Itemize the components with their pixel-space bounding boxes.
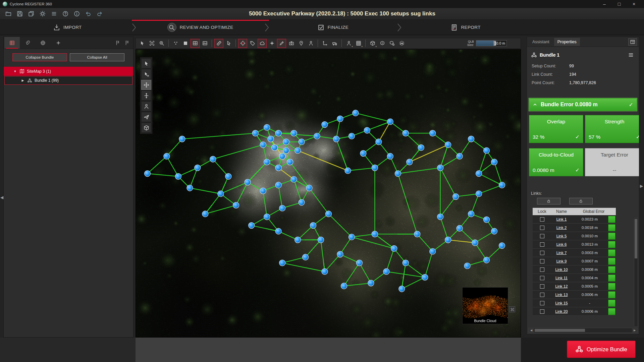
setup-node[interactable] (202, 211, 208, 217)
setup-node[interactable] (164, 153, 170, 159)
visual-alignment-button[interactable]: ▾ (344, 39, 353, 48)
cloud-display-button[interactable]: ▾ (354, 39, 363, 48)
add-geotag-button[interactable] (297, 39, 306, 48)
duplicate-project-button[interactable] (26, 9, 36, 18)
lock-checkbox[interactable] (540, 234, 544, 238)
unlock-selected-button[interactable] (569, 198, 593, 204)
registration-link[interactable] (148, 174, 178, 177)
add-target-button[interactable] (238, 39, 247, 48)
collapse-bundle-button[interactable]: Collapse Bundle (12, 53, 67, 61)
setup-node[interactable] (337, 251, 343, 257)
setup-node[interactable] (402, 260, 409, 266)
setup-node[interactable] (491, 228, 497, 234)
setup-node[interactable] (395, 171, 401, 177)
pick-button[interactable] (138, 39, 147, 48)
registration-link[interactable] (290, 162, 309, 188)
redo-button[interactable] (95, 9, 105, 18)
setup-node[interactable] (418, 144, 424, 150)
registration-link[interactable] (309, 188, 329, 214)
registration-link[interactable] (205, 205, 236, 214)
setup-node[interactable] (391, 245, 397, 251)
zoom-window-button[interactable] (147, 39, 156, 48)
minimize-button[interactable]: – (597, 0, 612, 8)
registration-link[interactable] (456, 194, 479, 197)
filter-flag-1-button[interactable] (114, 39, 122, 47)
registration-link[interactable] (167, 139, 182, 157)
setup-node[interactable] (437, 165, 443, 171)
setup-node[interactable] (457, 153, 463, 159)
geotags-tab[interactable] (35, 37, 51, 49)
lock-selected-button[interactable] (537, 198, 560, 204)
setup-node[interactable] (341, 283, 347, 289)
setup-node[interactable] (291, 130, 297, 136)
registration-link[interactable] (402, 263, 406, 289)
registration-link[interactable] (352, 234, 375, 237)
registration-link[interactable] (417, 234, 433, 251)
setup-node[interactable] (225, 173, 231, 179)
setup-node[interactable] (187, 185, 193, 191)
draw-link-button[interactable] (277, 39, 286, 48)
registration-link[interactable] (402, 277, 425, 289)
link-name-cell[interactable]: Link 11 (551, 276, 572, 280)
link-row-link-15[interactable]: Link 15- (533, 299, 616, 307)
lock-checkbox[interactable] (540, 293, 544, 297)
tile-target-error[interactable]: Target Error-- (585, 148, 639, 176)
setup-node[interactable] (414, 231, 420, 237)
tree-toggle-icon[interactable]: ▼ (13, 70, 17, 73)
registration-link[interactable] (440, 168, 456, 197)
setup-node[interactable] (364, 127, 370, 133)
setup-node[interactable] (279, 153, 285, 159)
registration-link[interactable] (148, 156, 167, 174)
bundle-menu-button[interactable] (627, 52, 635, 58)
help-button[interactable] (60, 9, 70, 18)
setup-node[interactable] (306, 185, 312, 191)
registration-link[interactable] (448, 240, 475, 243)
setup-node[interactable] (445, 142, 451, 148)
link-row-link-10[interactable]: Link 100.0008 m (533, 265, 616, 274)
setup-node[interactable] (299, 199, 305, 205)
registration-link[interactable] (329, 214, 352, 237)
setup-node[interactable] (299, 139, 305, 145)
tab-properties[interactable]: Properties (554, 38, 580, 46)
registration-link[interactable] (336, 139, 348, 171)
setup-node[interactable] (275, 228, 281, 234)
event-log-button[interactable] (49, 9, 59, 18)
tile-cloud-to-cloud[interactable]: Cloud-to-Cloud0.0080 m✓ (529, 148, 583, 176)
registration-link[interactable] (356, 113, 390, 122)
fit-view-tool-button[interactable] (141, 90, 151, 101)
close-button[interactable]: × (627, 0, 641, 8)
bundle-cloud-thumbnail[interactable]: Bundle Cloud (462, 287, 508, 324)
setup-node[interactable] (233, 202, 239, 208)
tree-toggle-icon[interactable]: ▶ (21, 79, 25, 82)
link-name-cell[interactable]: Link 7 (551, 251, 572, 255)
auto-cloud-button[interactable] (267, 39, 276, 48)
setup-node[interactable] (252, 130, 258, 136)
link-row-link-20[interactable]: Link 200.0006 m (533, 307, 616, 316)
limit-box-visibility-button[interactable] (378, 39, 387, 48)
setup-node[interactable] (337, 116, 343, 122)
multi-select-tool-button[interactable] (141, 69, 151, 79)
setup-node[interactable] (387, 153, 393, 159)
setup-node[interactable] (360, 150, 366, 157)
workflow-tab-import[interactable]: IMPORT (3, 20, 132, 35)
setup-node[interactable] (348, 133, 355, 139)
link-name-cell[interactable]: Link 12 (551, 284, 572, 288)
setup-node[interactable] (249, 223, 255, 229)
setup-node[interactable] (372, 165, 378, 171)
maximize-button[interactable]: □ (612, 0, 627, 8)
registration-link[interactable] (425, 251, 433, 277)
cloud-to-cloud-button[interactable] (258, 39, 267, 48)
setup-node[interactable] (303, 254, 309, 260)
link-name-cell[interactable]: Link 13 (551, 293, 572, 297)
setup-node[interactable] (195, 165, 201, 171)
setup-node[interactable] (402, 130, 409, 136)
setup-node[interactable] (348, 234, 355, 240)
pan-tool-button[interactable] (141, 80, 151, 90)
setup-node[interactable] (476, 171, 482, 177)
setup-node[interactable] (372, 231, 378, 237)
links-vertical-scrollbar[interactable] (634, 218, 638, 327)
point-cloud-viewer[interactable]: Bundle Cloud (136, 49, 521, 338)
bundle-error-bar[interactable]: Bundle Error 0.0080 m ✓ (529, 98, 637, 111)
setup-node[interactable] (376, 139, 382, 145)
setup-node[interactable] (268, 136, 274, 142)
